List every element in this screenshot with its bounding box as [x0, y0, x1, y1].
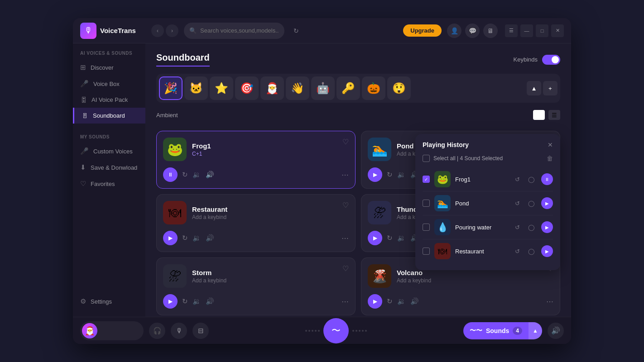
ph-item-pouringwater: 💧 Pouring water ↺ ◯ ▶: [423, 215, 553, 239]
sounds-pill-main[interactable]: 〜〜 Sounds 4: [463, 327, 529, 335]
loop-button-frog1[interactable]: ↻: [182, 171, 188, 179]
volup-button-frog1[interactable]: 🔊: [206, 171, 214, 179]
keybinds-toggle[interactable]: [542, 55, 560, 65]
voldown-button-thunderclap[interactable]: 🔉: [397, 234, 406, 242]
nav-back-button[interactable]: ‹: [151, 24, 164, 37]
minimize-button[interactable]: —: [520, 24, 533, 37]
ph-stop-pond[interactable]: ◯: [526, 199, 537, 208]
voldown-button-volcano[interactable]: 🔉: [397, 297, 406, 305]
sidebar-item-discover[interactable]: ⊞ Discover: [73, 59, 145, 76]
ph-stop-frog1[interactable]: ◯: [526, 175, 537, 184]
profile-button[interactable]: 👤: [447, 24, 461, 38]
nav-forward-button[interactable]: ›: [166, 24, 178, 37]
category-tab-7[interactable]: 🔑: [336, 76, 360, 100]
loop-button-storm[interactable]: ↻: [182, 297, 188, 305]
monitor-button[interactable]: 🖥: [483, 24, 498, 38]
view-grid-button[interactable]: [533, 110, 545, 120]
sounds-pill-expand-button[interactable]: ▲: [529, 322, 542, 339]
voldown-button-pond[interactable]: 🔉: [397, 171, 406, 179]
sounds-pill[interactable]: 〜〜 Sounds 4 ▲: [463, 322, 542, 339]
sidebar-bottom: ⚙ Settings: [73, 293, 145, 310]
play-button-thunderclap[interactable]: ▶: [368, 231, 382, 245]
category-add-button[interactable]: +: [543, 81, 557, 95]
search-bar: 🔍: [184, 23, 284, 39]
headphone-button[interactable]: 🎧: [149, 323, 165, 339]
view-list-button[interactable]: ☰: [548, 110, 560, 120]
search-input[interactable]: [200, 27, 279, 34]
volume-button[interactable]: 🔊: [548, 323, 564, 339]
category-tab-0[interactable]: 🎉: [159, 76, 183, 100]
category-tab-3[interactable]: 🎯: [235, 76, 259, 100]
ph-item-name-frog1: Frog1: [455, 176, 509, 183]
upgrade-button[interactable]: Upgrade: [403, 24, 442, 37]
play-button-volcano[interactable]: ▶: [368, 294, 382, 309]
volup-button-restaurant[interactable]: 🔊: [206, 234, 214, 242]
ph-stop-pouringwater[interactable]: ◯: [526, 223, 537, 232]
ph-restart-pond[interactable]: ↺: [513, 199, 522, 208]
sidebar-item-soundboard[interactable]: 🎚 Soundboard: [73, 108, 145, 124]
loop-button-restaurant[interactable]: ↻: [182, 234, 188, 242]
close-button[interactable]: ✕: [551, 24, 564, 37]
loop-button-thunderclap[interactable]: ↻: [387, 234, 393, 242]
ph-play-button-pond[interactable]: ▶: [541, 197, 553, 209]
fav-button-frog1[interactable]: ♡: [342, 138, 349, 146]
sounds-pill-count: 4: [513, 327, 522, 335]
discord-button[interactable]: 💬: [465, 24, 480, 38]
sound-controls-volcano: ▶ ↻ 🔉 🔊 ⋯: [368, 294, 553, 309]
volup-button-storm[interactable]: 🔊: [206, 297, 214, 305]
volup-button-volcano[interactable]: 🔊: [410, 297, 419, 305]
hamburger-button[interactable]: ☰: [505, 24, 518, 37]
category-tab-8[interactable]: 🎃: [362, 76, 385, 100]
ph-checkbox-restaurant[interactable]: [423, 248, 430, 255]
sidebar-item-customvoices[interactable]: 🎤 Custom Voices: [73, 143, 145, 159]
category-collapse-button[interactable]: ▲: [527, 81, 541, 95]
ph-item-restaurant: 🍽 Restaurant ↺ ◯ ▶: [423, 239, 553, 263]
sidebar-item-aivoicepack[interactable]: 🎛 AI Voice Pack: [73, 92, 145, 108]
more-button-volcano[interactable]: ⋯: [546, 297, 553, 306]
ph-restart-frog1[interactable]: ↺: [513, 175, 522, 184]
ph-play-button-pouringwater[interactable]: ▶: [541, 221, 553, 233]
ph-pause-button-frog1[interactable]: ⏸: [541, 173, 553, 185]
ph-restart-pouringwater[interactable]: ↺: [513, 223, 522, 232]
voldown-button-storm[interactable]: 🔉: [192, 297, 201, 305]
ph-restart-restaurant[interactable]: ↺: [513, 247, 522, 256]
ph-select-all: Select all | 4 Sound Selected 🗑: [423, 155, 553, 162]
category-tab-9[interactable]: 😲: [387, 76, 411, 100]
play-button-restaurant[interactable]: ▶: [163, 231, 178, 245]
ph-checkbox-pouringwater[interactable]: [423, 224, 430, 231]
ph-select-all-checkbox[interactable]: [423, 155, 430, 162]
play-button-pond[interactable]: ▶: [368, 167, 382, 182]
ph-play-button-restaurant[interactable]: ▶: [541, 245, 553, 257]
pause-button-frog1[interactable]: ⏸: [163, 167, 178, 182]
more-button-frog1[interactable]: ⋯: [341, 171, 349, 179]
waveform-icon[interactable]: 〜: [323, 318, 349, 343]
ph-close-button[interactable]: ✕: [548, 141, 553, 148]
fav-button-restaurant[interactable]: ♡: [342, 201, 349, 210]
more-button-restaurant[interactable]: ⋯: [341, 234, 349, 243]
more-button-storm[interactable]: ⋯: [341, 297, 349, 306]
ph-checkbox-frog1[interactable]: ✓: [423, 176, 430, 183]
category-tab-2[interactable]: ⭐: [210, 76, 233, 100]
ph-stop-restaurant[interactable]: ◯: [526, 247, 537, 256]
sidebar-item-favorites[interactable]: ♡ Favorites: [73, 176, 145, 192]
category-tab-6[interactable]: 🤖: [311, 76, 335, 100]
sound-keybind-frog1: C+1: [192, 151, 349, 157]
sidebar-item-savedownload[interactable]: ⬇ Save & Donwload: [73, 159, 145, 176]
sidebar-item-settings[interactable]: ⚙ Settings: [73, 293, 145, 310]
mic-button[interactable]: 🎙: [171, 323, 187, 339]
voldown-button-frog1[interactable]: 🔉: [192, 171, 201, 179]
play-button-storm[interactable]: ▶: [163, 294, 178, 309]
category-tab-1[interactable]: 🐱: [184, 76, 208, 100]
loop-button-pond[interactable]: ↻: [387, 171, 393, 179]
voldown-button-restaurant[interactable]: 🔉: [192, 234, 201, 242]
sliders-button[interactable]: ⊟: [192, 323, 209, 339]
sidebar-item-voicebox[interactable]: 🎤 Voice Box: [73, 76, 145, 92]
category-tab-5[interactable]: 👋: [286, 76, 309, 100]
loop-button-volcano[interactable]: ↻: [387, 297, 393, 305]
maximize-button[interactable]: □: [536, 24, 548, 37]
ph-checkbox-pond[interactable]: [423, 200, 430, 207]
category-tab-4[interactable]: 🎅: [260, 76, 284, 100]
ph-delete-button[interactable]: 🗑: [547, 155, 553, 162]
refresh-button[interactable]: ↻: [290, 24, 303, 37]
fav-button-storm[interactable]: ♡: [342, 264, 349, 273]
